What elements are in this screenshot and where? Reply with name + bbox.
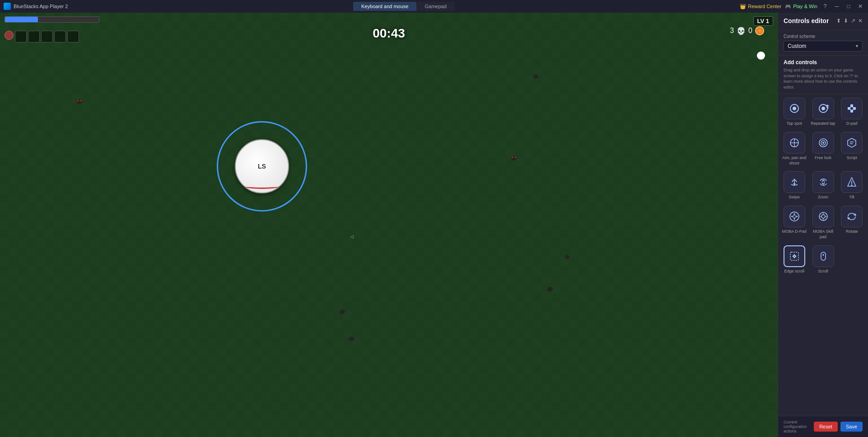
control-swipe[interactable]: Swipe [782,171,807,200]
scheme-select[interactable]: Custom Default [784,41,863,52]
tap-spot-icon [789,103,800,114]
control-script[interactable]: Script [839,132,864,166]
minimize-button[interactable]: ─ [833,2,841,10]
controls-row-1: Tap spot Repeated tap [782,98,864,127]
panel-icon-share[interactable]: ↗ [851,18,855,24]
svg-point-43 [851,185,853,186]
zoom-icon-bg [812,171,834,193]
svg-point-11 [565,255,570,259]
joystick-arc [244,183,280,189]
skill-slot-4[interactable] [54,31,66,42]
control-free-lock[interactable]: Free lock [811,132,836,166]
svg-point-6 [80,100,82,102]
panel-icon-upload[interactable]: ⬆ [836,18,841,24]
skill-slot-5[interactable] [67,31,79,42]
bat-1 [71,96,88,107]
restore-button[interactable]: □ [845,2,853,10]
scroll-icon-bg [812,245,834,267]
control-dpad[interactable]: D-pad [839,98,864,127]
scheme-select-wrapper: Custom Default [784,41,863,52]
panel-close-button[interactable]: ✕ [858,18,863,24]
close-button[interactable]: ✕ [856,2,864,10]
tap-spot-label: Tap spot [787,121,802,127]
reward-icon: 👑 [740,4,746,9]
svg-point-13 [340,310,345,314]
kill-count: 3 [730,27,734,35]
panel-icon-download[interactable]: ⬇ [844,18,848,24]
reset-button[interactable]: Reset [814,422,838,432]
title-bar: BlueStacks App Player 2 Keyboard and mou… [0,0,868,13]
control-tap-spot[interactable]: Tap spot [782,98,807,127]
add-controls-description: Drag and drop an action on your game scr… [784,67,863,90]
joystick-outer[interactable]: LS [217,121,307,211]
tab-gamepad[interactable]: Gamepad [416,2,454,11]
dpad-icon-bg [841,98,863,119]
controls-row-3: Swipe Zoom [782,171,864,200]
svg-point-12 [547,287,553,291]
skill-slot-3[interactable] [41,31,53,42]
control-aim-pan[interactable]: Aim, pan and shoot [782,132,807,166]
svg-point-49 [793,215,796,218]
script-icon [846,137,858,149]
skill-slot-2[interactable] [28,31,40,42]
svg-point-51 [821,215,825,218]
help-button[interactable]: ? [821,2,829,10]
svg-marker-62 [795,255,797,258]
scroll-label: Scroll [818,269,828,274]
control-moba-dpad[interactable]: MOBA D-Pad [782,206,807,240]
control-rotate[interactable]: Rotate [839,206,864,240]
joystick-inner[interactable]: LS [235,139,289,193]
app-name: BlueStacks App Player 2 [14,4,68,9]
control-tilt[interactable]: Tilt [839,171,864,200]
config-actions-label: Current configuration actions [784,420,814,433]
bat-2 [506,153,522,164]
moba-skill-icon [817,211,829,222]
reward-center[interactable]: 👑 Reward Center [740,4,781,9]
svg-point-8 [512,157,513,158]
game-timer: 00:43 [373,26,405,41]
tab-bar: Keyboard and mouse Gamepad [353,2,455,11]
svg-point-22 [850,107,853,110]
controls-row-4: MOBA D-Pad MOBA Skill pad [782,206,864,240]
play-win-label: Play & Win [793,4,817,9]
script-label: Script [847,155,857,161]
tab-keyboard[interactable]: Keyboard and mouse [353,2,417,11]
joystick-label: LS [258,163,266,170]
panel-title: Controls editor [784,17,829,24]
svg-point-31 [822,142,824,144]
svg-point-9 [515,157,516,158]
panel-header: Controls editor ⬆ ⬇ ↗ ✕ [778,13,868,30]
progress-fill [5,17,38,22]
scroll-icon [817,250,829,262]
panel-bottom: Current configuration actions Reset Save [778,416,868,437]
add-controls-title: Add controls [784,59,863,66]
control-moba-skill[interactable]: MOBA Skill pad [811,206,836,240]
edge-scroll-icon [789,250,800,262]
moba-dpad-icon-bg [784,206,805,227]
skill-slots [5,31,79,42]
title-bar-left: BlueStacks App Player 2 [4,3,68,10]
level-indicator: LV 1 [753,16,774,26]
play-win[interactable]: 🎮 Play & Win [785,4,817,9]
scheme-label: Control scheme [784,34,863,39]
svg-line-40 [823,183,825,184]
bat-5 [542,284,558,295]
aim-pan-icon-bg [784,132,805,154]
control-zoom[interactable]: Zoom [811,171,836,200]
control-scroll[interactable]: Scroll [811,245,836,274]
control-edge-scroll[interactable]: Edge scroll [782,245,807,274]
rotate-icon-bg [841,206,863,227]
play-win-icon: 🎮 [785,4,791,9]
controls-row-5: Edge scroll Scroll [782,245,864,274]
rotate-label: Rotate [846,229,858,235]
edge-scroll-label: Edge scroll [784,269,805,274]
control-repeated-tap[interactable]: Repeated tap [811,98,836,127]
free-lock-icon [817,137,829,149]
swipe-label: Swipe [789,195,800,200]
tap-spot-icon-bg [784,98,805,119]
zoom-label: Zoom [818,195,828,200]
save-button[interactable]: Save [840,422,863,432]
skill-slot-1[interactable] [15,31,27,42]
bat-7 [343,334,359,344]
app-icon [4,3,11,10]
